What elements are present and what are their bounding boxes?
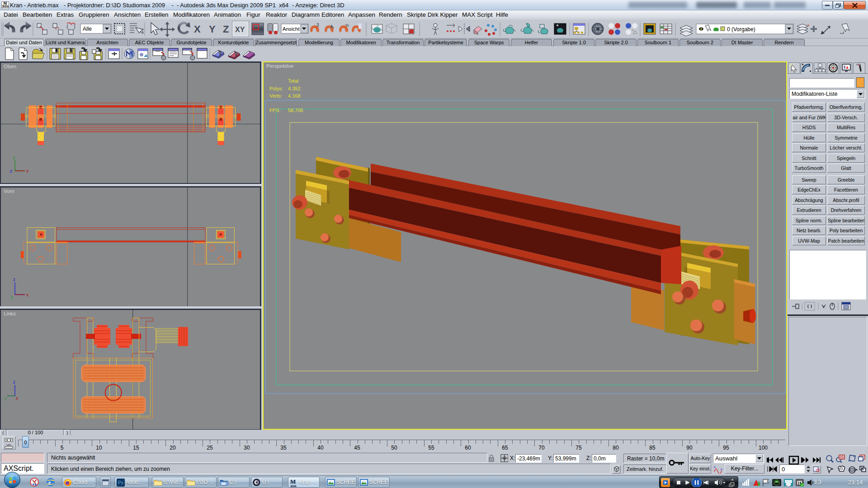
svg-text:58,706: 58,706 bbox=[288, 108, 303, 113]
svg-text:Y: Y bbox=[209, 23, 216, 35]
svg-text:Alle: Alle bbox=[83, 26, 92, 32]
svg-text:x: x bbox=[16, 396, 18, 401]
svg-text:3: 3 bbox=[316, 23, 319, 28]
svg-text:z: z bbox=[10, 169, 12, 174]
svg-text:XY: XY bbox=[235, 26, 245, 33]
svg-text:4.352: 4.352 bbox=[288, 86, 301, 91]
svg-text:y: y bbox=[13, 155, 15, 160]
svg-text:%: % bbox=[345, 23, 349, 28]
svg-text:Ansicht: Ansicht bbox=[283, 26, 300, 32]
svg-text:y: y bbox=[5, 396, 7, 401]
svg-text:4.168: 4.168 bbox=[288, 93, 301, 99]
svg-text:0 (Vorgabe): 0 (Vorgabe) bbox=[727, 26, 755, 33]
svg-text:Z: Z bbox=[223, 23, 229, 35]
svg-text:Polys:: Polys: bbox=[269, 86, 283, 91]
svg-text:e: e bbox=[48, 479, 51, 486]
svg-text:3DS: 3DS bbox=[290, 485, 297, 488]
svg-text:x: x bbox=[26, 169, 28, 174]
svg-text:x: x bbox=[26, 292, 28, 297]
svg-text:z: z bbox=[13, 380, 15, 385]
svg-text:FPS:: FPS: bbox=[269, 108, 280, 113]
svg-text:M: M bbox=[290, 478, 296, 485]
svg-text:Ps: Ps bbox=[118, 480, 123, 485]
svg-text:?: ? bbox=[219, 51, 222, 56]
svg-text:Total: Total bbox=[288, 78, 298, 84]
svg-text:z: z bbox=[13, 277, 15, 282]
svg-text:y: y bbox=[11, 295, 13, 300]
svg-text:Verts:: Verts: bbox=[269, 93, 282, 99]
svg-text:?: ? bbox=[235, 52, 237, 56]
svg-text:X: X bbox=[194, 23, 201, 35]
